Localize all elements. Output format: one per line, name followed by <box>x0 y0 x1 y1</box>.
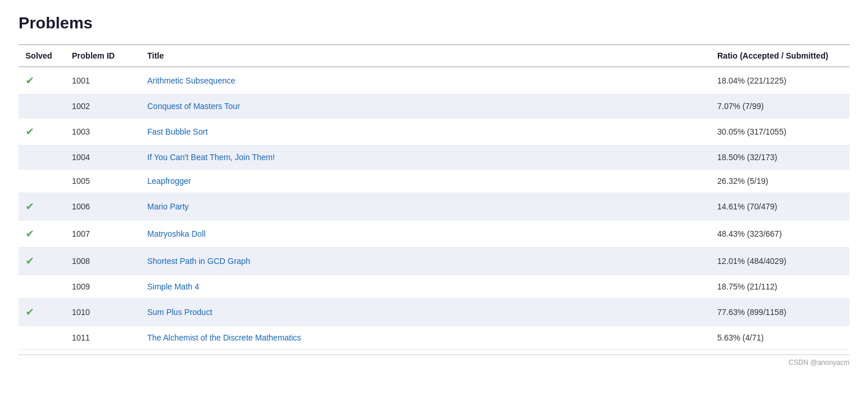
problem-id-cell: 1001 <box>65 67 140 95</box>
problem-title-link[interactable]: Leapfrogger <box>147 176 191 186</box>
solved-checkmark-icon: ✔ <box>26 306 34 318</box>
table-row: 1005Leapfrogger26.32% (5/19) <box>19 169 849 193</box>
footer-attribution: CSDN @anonyacm <box>19 354 849 367</box>
table-header-row: Solved Problem ID Title Ratio (Accepted … <box>19 45 849 67</box>
problem-title-link[interactable]: Shortest Path in GCD Graph <box>147 256 250 266</box>
solved-checkmark-icon: ✔ <box>26 125 34 138</box>
header-ratio: Ratio (Accepted / Submitted) <box>710 45 849 67</box>
title-cell[interactable]: Leapfrogger <box>140 169 710 193</box>
solved-cell: ✔ <box>19 118 65 146</box>
header-problem-id: Problem ID <box>65 45 140 67</box>
solved-cell: ✔ <box>19 299 65 326</box>
problem-id-cell: 1002 <box>65 95 140 118</box>
title-cell[interactable]: Fast Bubble Sort <box>140 118 710 146</box>
solved-cell: ✔ <box>19 248 65 275</box>
ratio-cell: 48.43% (323/667) <box>710 220 849 248</box>
problem-title-link[interactable]: Sum Plus Product <box>147 307 212 317</box>
problem-id-cell: 1010 <box>65 299 140 326</box>
ratio-cell: 26.32% (5/19) <box>710 169 849 193</box>
table-row: 1004If You Can't Beat Them, Join Them!18… <box>19 146 849 169</box>
ratio-cell: 14.61% (70/479) <box>710 193 849 220</box>
ratio-cell: 30.05% (317/1055) <box>710 118 849 146</box>
title-cell[interactable]: Arithmetic Subsequence <box>140 67 710 95</box>
ratio-cell: 18.04% (221/1225) <box>710 67 849 95</box>
ratio-cell: 5.63% (4/71) <box>710 326 849 350</box>
solved-checkmark-icon: ✔ <box>26 74 34 87</box>
problem-title-link[interactable]: Matryoshka Doll <box>147 229 205 238</box>
solved-cell: ✔ <box>19 220 65 248</box>
problems-table: Solved Problem ID Title Ratio (Accepted … <box>19 44 849 350</box>
ratio-cell: 18.75% (21/112) <box>710 275 849 299</box>
title-cell[interactable]: Sum Plus Product <box>140 299 710 326</box>
ratio-cell: 7.07% (7/99) <box>710 95 849 118</box>
title-cell[interactable]: The Alchemist of the Discrete Mathematic… <box>140 326 710 350</box>
table-row: 1011The Alchemist of the Discrete Mathem… <box>19 326 849 350</box>
title-cell[interactable]: Conquest of Masters Tour <box>140 95 710 118</box>
problem-title-link[interactable]: Mario Party <box>147 202 189 211</box>
problem-id-cell: 1008 <box>65 248 140 275</box>
table-row: 1009Simple Math 418.75% (21/112) <box>19 275 849 299</box>
problem-id-cell: 1007 <box>65 220 140 248</box>
title-cell[interactable]: Shortest Path in GCD Graph <box>140 248 710 275</box>
header-title: Title <box>140 45 710 67</box>
table-row: ✔1001Arithmetic Subsequence18.04% (221/1… <box>19 67 849 95</box>
title-cell[interactable]: Matryoshka Doll <box>140 220 710 248</box>
problem-id-cell: 1009 <box>65 275 140 299</box>
title-cell[interactable]: If You Can't Beat Them, Join Them! <box>140 146 710 169</box>
table-row: ✔1008Shortest Path in GCD Graph12.01% (4… <box>19 248 849 275</box>
solved-cell: ✔ <box>19 67 65 95</box>
problem-id-cell: 1003 <box>65 118 140 146</box>
problem-title-link[interactable]: The Alchemist of the Discrete Mathematic… <box>147 333 301 342</box>
problem-id-cell: 1011 <box>65 326 140 350</box>
problem-id-cell: 1005 <box>65 169 140 193</box>
page-title: Problems <box>19 14 849 32</box>
solved-cell <box>19 146 65 169</box>
problem-title-link[interactable]: Fast Bubble Sort <box>147 127 208 136</box>
table-row: 1002Conquest of Masters Tour7.07% (7/99) <box>19 95 849 118</box>
ratio-cell: 18.50% (32/173) <box>710 146 849 169</box>
ratio-cell: 12.01% (484/4029) <box>710 248 849 275</box>
title-cell[interactable]: Mario Party <box>140 193 710 220</box>
problem-id-cell: 1006 <box>65 193 140 220</box>
problem-title-link[interactable]: Conquest of Masters Tour <box>147 102 240 111</box>
ratio-cell: 77.63% (899/1158) <box>710 299 849 326</box>
table-row: ✔1010Sum Plus Product77.63% (899/1158) <box>19 299 849 326</box>
title-cell[interactable]: Simple Math 4 <box>140 275 710 299</box>
solved-checkmark-icon: ✔ <box>26 227 34 240</box>
problem-title-link[interactable]: If You Can't Beat Them, Join Them! <box>147 153 275 162</box>
problem-title-link[interactable]: Arithmetic Subsequence <box>147 76 235 85</box>
table-row: ✔1006Mario Party14.61% (70/479) <box>19 193 849 220</box>
problem-id-cell: 1004 <box>65 146 140 169</box>
solved-cell <box>19 95 65 118</box>
solved-checkmark-icon: ✔ <box>26 200 34 213</box>
solved-cell <box>19 275 65 299</box>
solved-checkmark-icon: ✔ <box>26 255 34 267</box>
table-row: ✔1003Fast Bubble Sort30.05% (317/1055) <box>19 118 849 146</box>
problem-title-link[interactable]: Simple Math 4 <box>147 282 199 291</box>
table-row: ✔1007Matryoshka Doll48.43% (323/667) <box>19 220 849 248</box>
header-solved: Solved <box>19 45 65 67</box>
solved-cell <box>19 169 65 193</box>
solved-cell: ✔ <box>19 193 65 220</box>
solved-cell <box>19 326 65 350</box>
